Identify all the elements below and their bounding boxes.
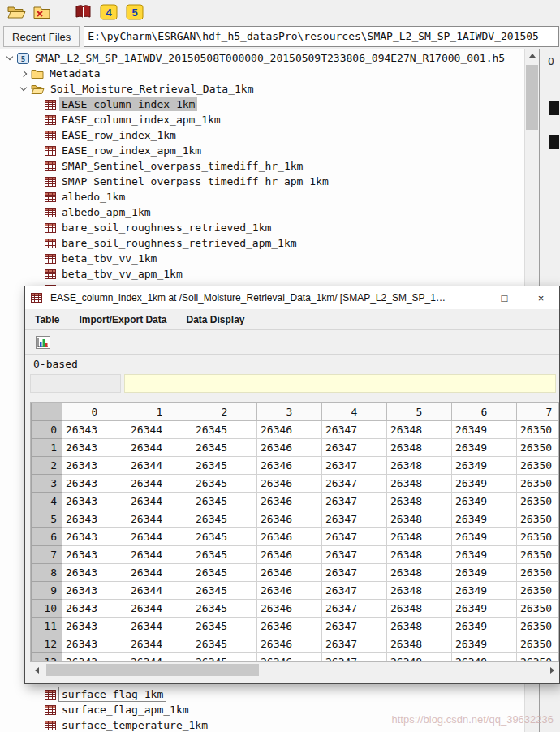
table-cell[interactable]: 26349 [452,582,517,600]
table-cell[interactable]: 26348 [387,528,452,546]
table-cell[interactable]: 26344 [127,439,192,457]
table-cell[interactable]: 26348 [387,653,452,663]
menu-import-export-data[interactable]: Import/Export Data [79,314,166,325]
table-cell[interactable]: 26350 [517,600,560,618]
row-header[interactable]: 12 [32,635,62,653]
scroll-right-icon[interactable] [545,663,559,677]
table-cell[interactable]: 26343 [62,635,127,653]
table-cell[interactable]: 26349 [452,439,517,457]
table-cell[interactable]: 26343 [62,439,127,457]
table-cell[interactable]: 26344 [127,582,192,600]
table-cell[interactable]: 26347 [322,653,387,663]
tree-item[interactable]: 5SMAP_L2_SM_SP_1AIWDV_20150508T000000_20… [0,50,524,66]
menu-data-display[interactable]: Data Display [186,314,244,325]
table-corner-header[interactable] [32,403,62,421]
table-cell[interactable]: 26344 [127,528,192,546]
column-header[interactable]: 0 [62,403,127,421]
table-cell[interactable]: 26347 [322,618,387,635]
table-cell[interactable]: 26343 [62,475,127,493]
column-header[interactable]: 5 [387,403,452,421]
tree-item[interactable]: beta_tbv_vv_1km [0,251,524,266]
row-header[interactable]: 3 [32,475,62,493]
table-horizontal-scrollbar[interactable] [30,663,559,677]
table-cell[interactable]: 26347 [322,564,387,582]
tree-item[interactable]: EASE_column_index_1km [0,97,524,112]
table-cell[interactable]: 26348 [387,564,452,582]
table-cell[interactable]: 26343 [62,421,127,439]
table-cell[interactable]: 26347 [322,475,387,493]
row-header[interactable]: 5 [32,510,62,528]
close-file-icon[interactable] [31,2,54,23]
table-cell[interactable]: 26344 [127,600,192,618]
table-cell[interactable]: 26344 [127,546,192,564]
table-cell[interactable]: 26350 [517,457,560,475]
help-book-icon[interactable] [71,2,94,23]
column-header[interactable]: 7 [517,403,560,421]
chevron-right-icon[interactable] [17,71,30,76]
table-cell[interactable]: 26350 [517,475,560,493]
minimize-button[interactable]: — [450,286,486,309]
table-cell[interactable]: 26349 [452,546,517,564]
table-cell[interactable]: 26347 [322,546,387,564]
row-header[interactable]: 8 [32,564,62,582]
table-cell[interactable]: 26345 [192,653,257,663]
table-cell[interactable]: 26345 [192,600,257,618]
table-cell[interactable]: 26350 [517,582,560,600]
table-cell[interactable]: 26346 [257,439,322,457]
table-cell[interactable]: 26346 [257,528,322,546]
table-cell[interactable]: 26349 [452,528,517,546]
table-cell[interactable]: 26347 [322,600,387,618]
tree-item[interactable]: albedo_1km [0,189,524,205]
table-cell[interactable]: 26345 [192,635,257,653]
table-cell[interactable]: 26344 [127,618,192,635]
table-cell[interactable]: 26344 [127,493,192,510]
table-cell[interactable]: 26345 [192,439,257,457]
table-cell[interactable]: 26343 [62,618,127,635]
tree-item[interactable]: bare_soil_roughness_retrieved_1km [0,220,524,235]
row-header[interactable]: 0 [32,421,62,439]
table-cell[interactable]: 26343 [62,528,127,546]
maximize-button[interactable]: □ [486,286,523,309]
column-header[interactable]: 3 [257,403,322,421]
table-cell[interactable]: 26347 [322,493,387,510]
table-cell[interactable]: 26349 [452,564,517,582]
table-cell[interactable]: 26346 [257,457,322,475]
table-cell[interactable]: 26348 [387,475,452,493]
table-cell[interactable]: 26346 [257,475,322,493]
table-cell[interactable]: 26346 [257,582,322,600]
column-header[interactable]: 2 [192,403,257,421]
row-header[interactable]: 2 [32,457,62,475]
table-cell[interactable]: 26345 [192,564,257,582]
table-cell[interactable]: 26344 [127,653,192,663]
menu-table[interactable]: Table [35,314,59,325]
tree-item[interactable]: bare_soil_roughness_retrieved_apm_1km [0,235,524,251]
tree-item[interactable]: Soil_Moisture_Retrieval_Data_1km [0,81,524,97]
table-cell[interactable]: 26346 [257,546,322,564]
column-header[interactable]: 4 [322,403,387,421]
table-cell[interactable]: 26344 [127,421,192,439]
tree-item[interactable]: Metadata [0,66,524,81]
table-cell[interactable]: 26347 [322,635,387,653]
table-cell[interactable]: 26350 [517,493,560,510]
table-cell[interactable]: 26349 [452,618,517,635]
table-cell[interactable]: 26348 [387,457,452,475]
table-cell[interactable]: 26343 [62,457,127,475]
tree-item[interactable]: surface_flag_1km [0,687,524,702]
dimension-selector[interactable] [30,374,121,393]
tree-item[interactable]: SMAP_Sentinel_overpass_timediff_hr_1km [0,158,524,174]
hdf5-icon[interactable]: 5 [123,2,146,23]
table-cell[interactable]: 26348 [387,618,452,635]
table-cell[interactable]: 26345 [192,421,257,439]
table-cell[interactable]: 26343 [62,653,127,663]
table-cell[interactable]: 26349 [452,421,517,439]
table-cell[interactable]: 26345 [192,546,257,564]
table-cell[interactable]: 26343 [62,546,127,564]
table-cell[interactable]: 26344 [127,475,192,493]
table-cell[interactable]: 26348 [387,439,452,457]
table-cell[interactable]: 26349 [452,510,517,528]
table-cell[interactable]: 26350 [517,653,560,663]
scrollbar-thumb[interactable] [526,65,538,130]
table-cell[interactable]: 26350 [517,439,560,457]
table-cell[interactable]: 26344 [127,564,192,582]
table-cell[interactable]: 26349 [452,457,517,475]
